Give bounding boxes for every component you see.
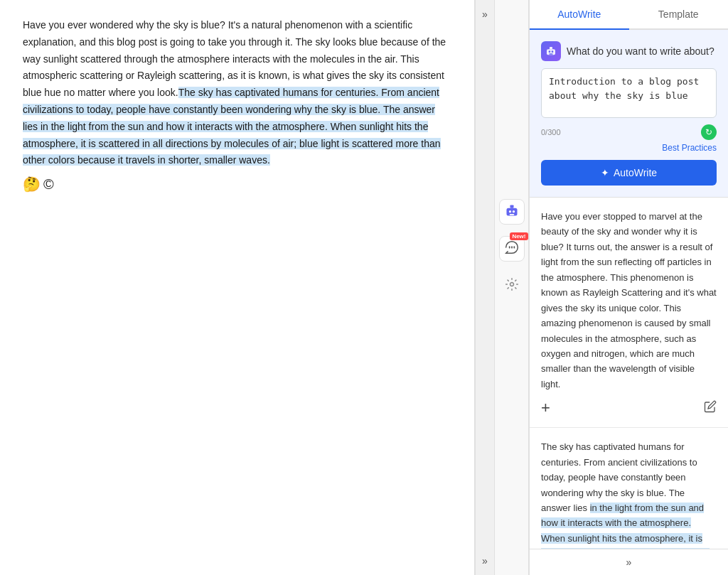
chevron-top-icon: » [482,9,488,20]
tab-template[interactable]: Template [629,0,729,30]
autowrite-button[interactable]: ✦ AutoWrite [541,160,717,186]
svg-rect-13 [549,53,552,54]
autowrite-question-row: What do you want to write about? [541,41,717,61]
robot-icon [541,41,561,61]
autowrite-question-label: What do you want to write about? [567,45,714,57]
new-badge: New! [510,232,528,240]
chat-sidebar-icon [505,240,519,258]
left-collapse-toggle[interactable]: » » [475,0,495,575]
refresh-icon[interactable]: ↻ [701,124,717,140]
settings-sidebar-button[interactable] [499,273,525,299]
svg-point-3 [512,210,514,213]
generated-content: Have you ever stopped to marvel at the b… [530,198,728,549]
textarea-footer: 0/300 ↻ [541,124,717,140]
tab-autowrite[interactable]: AutoWrite [530,0,629,30]
autowrite-sidebar-button[interactable] [499,199,525,225]
thinking-emoji: 🤔 [23,172,41,196]
svg-rect-7 [513,246,515,248]
robot-sidebar-icon [505,203,519,221]
svg-rect-4 [509,214,514,215]
editor-content: Have you ever wondered why the sky is bl… [23,17,451,196]
card-1-actions: + [541,400,717,416]
svg-rect-6 [511,246,513,248]
gear-sidebar-icon [505,277,519,295]
svg-point-12 [552,50,554,53]
best-practices-link[interactable]: Best Practices [541,143,717,153]
editor-highlight-text: The sky has captivated humans for centur… [23,87,441,166]
content-card-1: Have you ever stopped to marvel at the b… [530,198,728,428]
panel-tabs: AutoWrite Template [530,0,728,30]
autowrite-btn-icon: ✦ [601,167,609,178]
svg-rect-10 [550,47,552,49]
sidebar-icons-panel: New! [495,0,529,575]
char-count: 0/300 [541,128,561,136]
chat-sidebar-button[interactable]: New! [499,236,525,262]
chevron-bottom-icon: » [482,555,488,566]
svg-point-11 [549,50,551,53]
svg-point-2 [508,210,510,213]
autowrite-btn-label: AutoWrite [614,167,657,178]
svg-rect-5 [508,246,510,248]
panel-bottom-toggle[interactable]: » [530,549,728,575]
autowrite-textarea[interactable]: Introduction to a blog post about why th… [541,68,717,118]
svg-point-8 [510,282,513,286]
emoji-row: 🤔 © [23,172,451,196]
copyright-emoji: © [43,172,54,196]
card-1-add-button[interactable]: + [541,400,550,416]
svg-rect-1 [510,205,513,208]
card-1-text: Have you ever stopped to marvel at the b… [541,211,717,389]
panel-bottom-chevron: » [626,557,632,568]
content-card-2: The sky has captivated humans for centur… [530,428,728,549]
card-1-edit-button[interactable] [704,400,717,416]
editor-area: Have you ever wondered why the sky is bl… [0,0,475,575]
right-panel: AutoWrite Template What do you want to w… [529,0,728,575]
content-card-2-text: The sky has captivated humans for centur… [541,439,717,549]
content-card-1-text: Have you ever stopped to marvel at the b… [541,209,717,392]
autowrite-input-section: What do you want to write about? Introdu… [530,30,728,198]
